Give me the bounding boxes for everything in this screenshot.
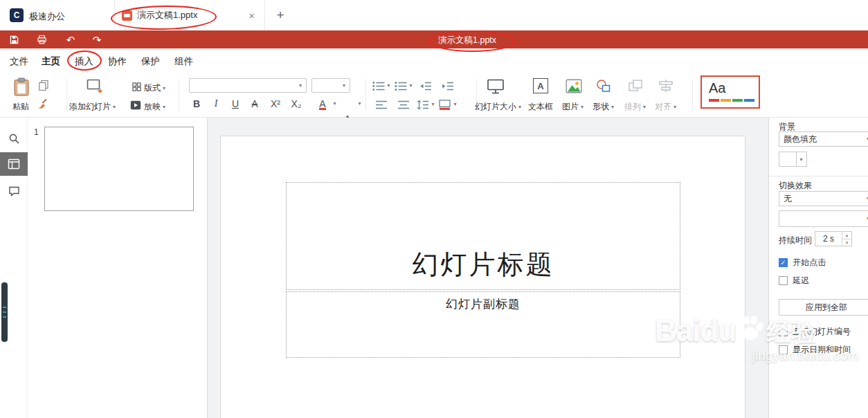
app-name: 极速办公 xyxy=(29,10,65,23)
slide-number: 1 xyxy=(34,127,39,137)
layout-button[interactable]: 版式▾ xyxy=(144,82,165,94)
chevron-down-icon: ▾ xyxy=(113,104,116,110)
checkbox-unchecked[interactable] xyxy=(779,345,788,354)
comments-panel-icon[interactable] xyxy=(0,183,28,199)
ribbon-toolbar: 粘贴 添加幻灯片▾ 版式▾ 放映▾ ▾ ▾ B I U xyxy=(0,73,868,118)
transition-value: 无 xyxy=(784,193,792,205)
apply-to-all-button[interactable]: 应用到全部 xyxy=(779,299,868,316)
document-title: 演示文稿1.pptx xyxy=(438,35,496,46)
duration-spinner[interactable]: 2 s ▴ ▾ xyxy=(815,231,852,246)
panel-divider xyxy=(769,176,868,176)
transition-select[interactable]: 无 ▾ xyxy=(779,191,868,206)
start-on-click-label: 开始点击 xyxy=(793,257,826,269)
title-placeholder[interactable]: 幻灯片标题 xyxy=(286,182,680,290)
copy-icon[interactable] xyxy=(37,79,50,91)
slide-thumbnail[interactable] xyxy=(44,127,194,211)
increase-indent-icon[interactable] xyxy=(439,78,457,93)
decrease-indent-icon[interactable] xyxy=(417,78,435,93)
bold-button[interactable]: B xyxy=(188,96,205,111)
menu-bar: 文件 主页 插入 协作 保护 组件 xyxy=(0,48,868,73)
arrange-button: 排列▾ xyxy=(624,101,646,113)
slide-size-icon[interactable] xyxy=(486,78,505,96)
undo-icon[interactable]: ↶ xyxy=(64,33,78,46)
subtitle-placeholder[interactable]: 幻灯片副标题 xyxy=(286,291,680,358)
menu-item-home[interactable]: 主页 xyxy=(42,55,60,68)
add-slide-icon[interactable] xyxy=(86,78,104,95)
menu-item-file[interactable]: 文件 xyxy=(10,55,28,68)
slides-panel-icon[interactable] xyxy=(0,152,28,176)
background-fill-select[interactable]: 颜色填充 ▾ xyxy=(779,131,868,147)
align-objects-button: 对齐▾ xyxy=(655,101,676,113)
menu-item-insert[interactable]: 插入 xyxy=(75,55,93,68)
font-family-select[interactable]: ▾ xyxy=(189,78,307,93)
layout-icon[interactable] xyxy=(132,82,141,91)
spin-up-icon[interactable]: ▴ xyxy=(842,232,851,239)
delay-row[interactable]: 延迟 xyxy=(779,275,809,287)
search-icon[interactable] xyxy=(0,130,28,147)
align-left-icon[interactable] xyxy=(372,97,390,112)
superscript-button[interactable]: X² xyxy=(267,96,284,111)
subscript-button[interactable]: X₂ xyxy=(288,96,305,111)
slide-size-button[interactable]: 幻灯片大小▾ xyxy=(475,101,521,113)
theme-preview[interactable]: Aa xyxy=(700,75,760,109)
checkbox-unchecked[interactable] xyxy=(779,327,788,336)
checkbox-checked[interactable]: ✓ xyxy=(779,258,788,267)
italic-button[interactable]: I xyxy=(208,96,224,111)
bullets-icon[interactable]: ▾ xyxy=(372,78,390,93)
strikethrough-button[interactable]: A xyxy=(246,96,263,111)
app-logo: C xyxy=(10,8,24,22)
slide-canvas[interactable]: 幻灯片标题 幻灯片副标题 xyxy=(220,136,745,418)
floating-toolbar-handle[interactable] xyxy=(1,282,8,342)
menu-item-collaborate[interactable]: 协作 xyxy=(108,55,127,68)
play-slideshow-button[interactable]: 放映▾ xyxy=(144,101,165,113)
shapes-button[interactable]: 形状▾ xyxy=(593,101,614,113)
app-logo-letter: C xyxy=(14,10,20,20)
show-slide-number-row[interactable]: 显示幻灯片编号 xyxy=(779,326,851,338)
align-center-icon[interactable] xyxy=(395,97,413,112)
document-tab[interactable]: 演示文稿1.pptx × xyxy=(114,0,265,30)
text-box-button[interactable]: 文本框 xyxy=(528,101,553,113)
pptx-file-icon xyxy=(122,10,132,21)
picture-button[interactable]: 图片▾ xyxy=(562,101,584,113)
fill-color-dropdown[interactable]: ▾ xyxy=(796,152,807,167)
menu-item-components[interactable]: 组件 xyxy=(174,55,193,68)
text-box-icon[interactable]: A xyxy=(533,78,548,93)
underline-button[interactable]: U xyxy=(227,96,244,111)
fill-color-well[interactable] xyxy=(779,152,797,167)
new-tab-button[interactable]: + xyxy=(271,6,289,24)
play-slideshow-icon[interactable] xyxy=(130,100,141,110)
picture-icon[interactable] xyxy=(565,78,583,93)
editing-canvas: 幻灯片标题 幻灯片副标题 xyxy=(208,118,768,418)
chevron-down-icon[interactable]: ▾ xyxy=(329,96,338,111)
app-window: C 极速办公 演示文稿1.pptx × + ↶ ↷ 演示文稿1.pptx 文件 … xyxy=(0,0,868,418)
show-slide-number-label: 显示幻灯片编号 xyxy=(793,326,851,338)
shapes-icon[interactable] xyxy=(595,79,612,93)
font-color-button[interactable]: A xyxy=(316,96,329,111)
start-on-click-row[interactable]: ✓ 开始点击 xyxy=(779,257,826,269)
format-painter-icon[interactable] xyxy=(36,96,50,110)
chevron-down-icon: ▾ xyxy=(673,104,676,110)
paste-icon[interactable] xyxy=(11,77,32,98)
chevron-down-icon: ▾ xyxy=(518,104,521,110)
menu-item-protect[interactable]: 保护 xyxy=(141,55,160,68)
chevron-down-icon[interactable]: ▾ xyxy=(354,96,363,111)
shading-color-icon[interactable]: ▾ xyxy=(439,97,457,112)
save-icon[interactable] xyxy=(7,33,21,46)
show-datetime-row[interactable]: 显示日期和时间 xyxy=(779,344,851,356)
tab-close-icon[interactable]: × xyxy=(246,9,257,22)
font-size-select[interactable]: ▾ xyxy=(311,78,350,93)
spin-down-icon[interactable]: ▾ xyxy=(842,239,851,246)
redo-icon[interactable]: ↷ xyxy=(90,33,104,46)
print-icon[interactable] xyxy=(35,33,48,46)
transition-option-select[interactable]: ▾ xyxy=(779,210,868,227)
arrange-icon xyxy=(627,79,644,93)
quick-access-bar: ↶ ↷ 演示文稿1.pptx xyxy=(0,30,868,48)
duration-value: 2 s xyxy=(815,232,842,246)
paste-button-label[interactable]: 粘贴 xyxy=(12,101,29,113)
background-fill-value: 颜色填充 xyxy=(784,134,817,145)
add-slide-button[interactable]: 添加幻灯片▾ xyxy=(69,101,116,113)
numbering-icon[interactable]: ▾ xyxy=(395,78,413,93)
line-spacing-icon[interactable]: ▾ xyxy=(417,97,435,112)
delay-label: 延迟 xyxy=(793,275,809,287)
checkbox-unchecked[interactable] xyxy=(779,276,788,285)
